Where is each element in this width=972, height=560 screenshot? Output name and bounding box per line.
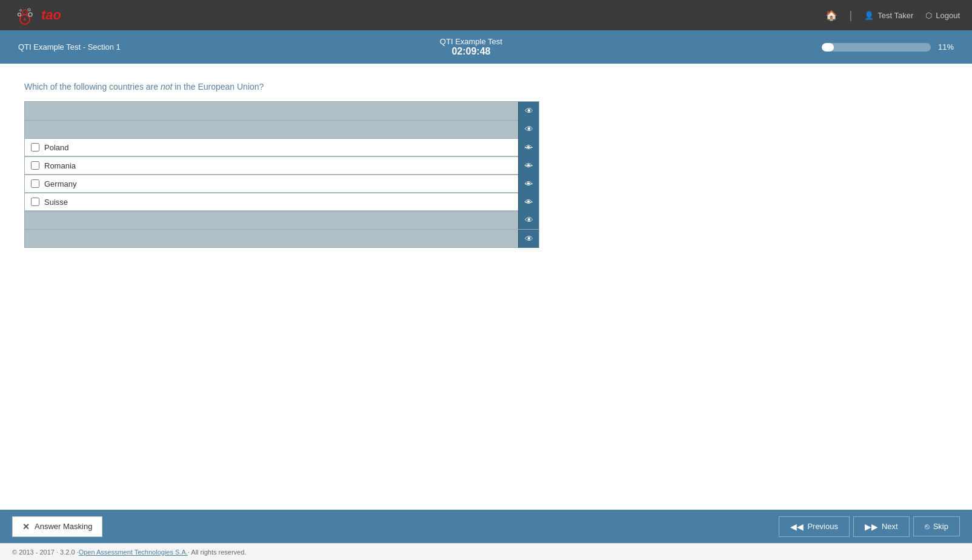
svg-point-1 xyxy=(22,10,27,15)
eye-icon-1: 👁 xyxy=(525,106,533,116)
previous-button[interactable]: ◀◀ Previous xyxy=(779,516,850,537)
answer-choices-container: 👁 👁 Poland 👁 Romania xyxy=(24,101,539,248)
section-title: QTI Example Test - Section 1 xyxy=(18,42,121,52)
copyright-text: © 2013 - 2017 · 3.2.0 · xyxy=(12,548,79,556)
choice-label-poland: Poland xyxy=(44,143,68,152)
masked-row-2: 👁 xyxy=(25,120,539,138)
masked-row-1: 👁 xyxy=(25,102,539,120)
test-timer: 02:09:48 xyxy=(451,46,490,57)
skip-arrow-icon: ⎋ xyxy=(925,522,930,531)
test-title: QTI Example Test xyxy=(440,37,502,46)
eye-button-poland[interactable]: 👁 xyxy=(518,138,539,156)
logo-text: tao xyxy=(41,7,61,23)
progress-area: 11% xyxy=(822,42,954,52)
eye-button-germany[interactable]: 👁 xyxy=(518,175,539,193)
footer-left: ✕ Answer Masking xyxy=(12,516,102,537)
copyright-bar: © 2013 - 2017 · 3.2.0 · Open Assessment … xyxy=(0,543,972,560)
answer-masking-button[interactable]: ✕ Answer Masking xyxy=(12,516,102,537)
main-content: Which of the following countries are not… xyxy=(0,64,972,476)
eye-button-masked-4[interactable]: 👁 xyxy=(518,230,539,248)
masked-row-4: 👁 xyxy=(25,229,539,247)
eye-button-masked-2[interactable]: 👁 xyxy=(518,120,539,138)
eye-icon-2: 👁 xyxy=(525,124,533,134)
choice-label-suisse: Suisse xyxy=(44,198,68,207)
progress-percent: 11% xyxy=(938,42,954,52)
eye-crossed-icon-suisse: 👁 xyxy=(525,198,533,207)
svg-point-2 xyxy=(28,13,32,16)
home-icon[interactable]: 🏠 xyxy=(825,10,837,21)
logout-label: Logout xyxy=(936,11,960,20)
masking-x-icon: ✕ xyxy=(22,522,30,532)
choice-row-romania: Romania 👁 xyxy=(25,156,539,175)
tao-logo-icon xyxy=(12,2,38,28)
top-navigation: tao 🏠 | 👤 Test Taker ⬡ Logout xyxy=(0,0,972,30)
svg-point-5 xyxy=(20,10,22,12)
footer-bar: ✕ Answer Masking ◀◀ Previous ▶▶ Next ⎋ S… xyxy=(0,510,972,543)
nav-divider: | xyxy=(850,9,853,22)
eye-button-masked-3[interactable]: 👁 xyxy=(518,211,539,229)
next-label: Next xyxy=(882,522,898,531)
skip-label: Skip xyxy=(933,522,948,531)
logout-icon: ⬡ xyxy=(925,11,932,20)
svg-point-6 xyxy=(24,18,26,21)
logo-area: tao xyxy=(12,2,61,28)
user-icon: 👤 xyxy=(864,11,874,20)
header-bar: QTI Example Test - Section 1 QTI Example… xyxy=(0,30,972,64)
user-info[interactable]: 👤 Test Taker xyxy=(864,11,913,20)
eye-icon-3: 👁 xyxy=(525,215,533,225)
checkbox-germany[interactable] xyxy=(31,179,39,188)
eye-icon-4: 👁 xyxy=(525,234,533,244)
previous-label: Previous xyxy=(807,522,838,531)
header-center: QTI Example Test 02:09:48 xyxy=(440,37,502,57)
choice-row-germany: Germany 👁 xyxy=(25,175,539,193)
footer-right: ◀◀ Previous ▶▶ Next ⎋ Skip xyxy=(779,516,960,537)
copyright-link[interactable]: Open Assessment Technologies S.A. xyxy=(79,548,188,556)
choice-row-suisse: Suisse 👁 xyxy=(25,193,539,211)
copyright-text-after: · All rights reserved. xyxy=(188,548,247,556)
next-button[interactable]: ▶▶ Next xyxy=(853,516,910,537)
checkbox-romania[interactable] xyxy=(31,161,39,170)
svg-point-3 xyxy=(18,13,21,16)
question-text: Which of the following countries are not… xyxy=(24,82,948,92)
choice-label-romania: Romania xyxy=(44,161,76,170)
checkbox-suisse[interactable] xyxy=(31,198,39,206)
eye-crossed-icon-poland: 👁 xyxy=(525,143,533,152)
masked-row-3: 👁 xyxy=(25,211,539,229)
masking-label: Answer Masking xyxy=(35,522,92,531)
previous-arrow-icon: ◀◀ xyxy=(790,522,804,532)
next-arrow-icon: ▶▶ xyxy=(865,522,878,532)
logout-button[interactable]: ⬡ Logout xyxy=(925,11,960,20)
choice-label-germany: Germany xyxy=(44,179,76,188)
svg-point-4 xyxy=(28,8,30,11)
choice-row-poland: Poland 👁 xyxy=(25,138,539,156)
eye-crossed-icon-germany: 👁 xyxy=(525,179,533,188)
progress-bar-fill xyxy=(822,43,834,52)
eye-button-suisse[interactable]: 👁 xyxy=(518,193,539,211)
user-label: Test Taker xyxy=(877,11,913,20)
eye-crossed-icon-romania: 👁 xyxy=(525,161,533,170)
skip-button[interactable]: ⎋ Skip xyxy=(913,516,960,536)
progress-bar-container xyxy=(822,43,931,52)
checkbox-poland[interactable] xyxy=(31,143,39,152)
eye-button-masked-1[interactable]: 👁 xyxy=(518,102,539,120)
eye-button-romania[interactable]: 👁 xyxy=(518,156,539,175)
top-nav-right: 🏠 | 👤 Test Taker ⬡ Logout xyxy=(825,9,960,22)
